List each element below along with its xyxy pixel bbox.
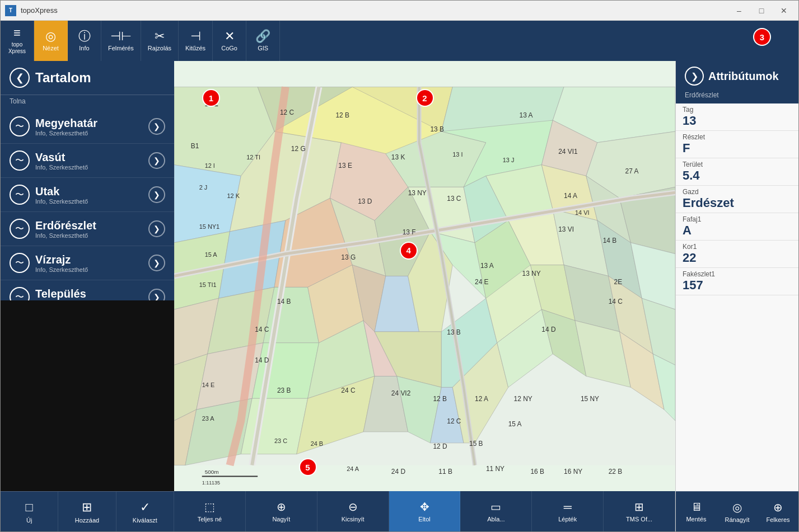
erdoreszlet-sub: Info, Szerkeszthető (35, 232, 143, 239)
sidebar-item-erdoreszlet[interactable]: 〜 Erdőrészlet Info, Szerkeszthető ❯ (1, 212, 174, 246)
vizrajz-icon: 〜 (10, 253, 30, 273)
toolbar-gis[interactable]: 🔗 GIS (246, 21, 280, 61)
svg-text:11 NY: 11 NY (486, 465, 504, 473)
minimize-button[interactable]: – (729, 3, 749, 18)
info-icon: ⓘ (78, 30, 91, 43)
erdoreszlet-name: Erdőrészlet (35, 219, 143, 232)
utak-sub: Info, Szerkeszthető (35, 198, 143, 205)
annotation-1: 1 (202, 89, 220, 107)
hozzaad-label: Hozzáad (75, 517, 99, 524)
teljesne-label: Teljes né (198, 516, 222, 522)
ranagyit-button[interactable]: ◎ Ránagyít (717, 492, 758, 531)
attr-terulet-value: 5.4 (683, 168, 792, 183)
svg-text:24 A: 24 A (347, 465, 359, 472)
attr-gazd-value: Erdészet (683, 196, 792, 210)
megyehatár-sub: Info, Szerkeszthető (35, 130, 143, 136)
sidebar-right-subtitle: Erdőrészlet (676, 91, 798, 103)
svg-text:13 I: 13 I (452, 151, 462, 158)
megyehatár-name: Megyehatár (35, 117, 143, 130)
sidebar-item-telepules[interactable]: 〜 Település Info, Szerkeszthető ❯ (1, 280, 174, 300)
svg-text:14 E: 14 E (202, 382, 214, 388)
svg-text:12 B: 12 B (433, 395, 447, 403)
felkeres-label: Felkeres (766, 516, 789, 523)
svg-text:27 A: 27 A (625, 167, 639, 175)
annotation-4: 4 (400, 242, 418, 260)
mentes-button[interactable]: 🖥 Mentés (676, 492, 717, 531)
toolbar-info[interactable]: ⓘ Info (68, 21, 101, 61)
rajzolas-label: Rajzolás (148, 45, 171, 51)
felkeres-button[interactable]: ⊕ Felkeres (758, 492, 798, 531)
svg-text:13 F: 13 F (403, 228, 416, 236)
toolbar-rajzolas[interactable]: ✂ Rajzolás (141, 21, 179, 61)
sidebar-left-bottom: □ Új ⊞ Hozzáad ✓ Kiválaszt (1, 491, 174, 531)
svg-marker-52 (241, 398, 307, 454)
toolbar-nezet[interactable]: ◎ Nézet (34, 21, 68, 61)
svg-text:12 TI: 12 TI (246, 154, 260, 161)
megyehatár-arrow[interactable]: ❯ (148, 118, 165, 135)
utak-arrow[interactable]: ❯ (148, 186, 165, 203)
toolbar-topo[interactable]: ≡ topoXpress (1, 21, 34, 61)
svg-text:24 VI1: 24 VI1 (558, 148, 578, 156)
toolbar-felmeres[interactable]: ⊣⊢ Felmérés (101, 21, 141, 61)
svg-text:13 NY: 13 NY (522, 270, 541, 278)
sidebar-item-utak[interactable]: 〜 Utak Info, Szerkeszthető ❯ (1, 178, 174, 212)
annotation-3: 3 (753, 28, 771, 46)
erdoreszlet-arrow[interactable]: ❯ (148, 220, 165, 237)
sidebar-left-subtitle: Tolna (1, 95, 174, 110)
zoomin-icon: ⊕ (277, 500, 286, 514)
attr-fafaj1-label: Fafaj1 (683, 215, 792, 223)
attr-kor1-value: 22 (683, 251, 792, 265)
svg-text:14 D: 14 D (255, 356, 269, 364)
toolbar-cogo[interactable]: ✕ CoGo (213, 21, 246, 61)
sidebar-left-header: ❮ Tartalom (1, 61, 174, 95)
map-view[interactable]: 12 L 12 C 12 B 13 B 13 A B1 12 I 12 TI 1… (174, 61, 675, 491)
svg-text:15 A: 15 A (508, 420, 522, 428)
maximize-button[interactable]: □ (751, 3, 772, 18)
map-leptek-button[interactable]: ═ Lépték (532, 491, 604, 531)
gis-label: GIS (258, 45, 268, 51)
vasut-icon: 〜 (10, 150, 30, 171)
svg-text:22 B: 22 B (609, 468, 623, 475)
map-eltol-button[interactable]: ✥ Eltol (389, 491, 461, 531)
svg-text:23 C: 23 C (274, 437, 287, 444)
draw-icon: ✂ (155, 30, 165, 43)
svg-text:15 NY: 15 NY (581, 395, 599, 403)
vasut-arrow[interactable]: ❯ (148, 152, 165, 169)
eye-icon: ◎ (45, 30, 56, 43)
sidebar-left-title: Tartalom (35, 70, 91, 86)
attr-gazd-label: Gazd (683, 188, 792, 196)
sidebar-right-bottom: 🖥 Mentés ◎ Ránagyít ⊕ Felkeres (676, 491, 798, 531)
sidebar-hozzaad-button[interactable]: ⊞ Hozzáad (58, 492, 116, 531)
kivalaszt-label: Kiválaszt (133, 517, 157, 524)
map-ablak-button[interactable]: ▭ Abla... (460, 491, 532, 531)
svg-text:2 J: 2 J (199, 184, 208, 191)
sidebar-kivalaszt-button[interactable]: ✓ Kiválaszt (116, 492, 174, 531)
save-icon: 🖥 (691, 501, 702, 514)
map-nagyit-button[interactable]: ⊕ Nagyít (246, 491, 317, 531)
toolbar-kituzas[interactable]: ⊣ Kitűzés (179, 21, 213, 61)
telepules-arrow[interactable]: ❯ (148, 289, 165, 300)
sidebar-right-arrow[interactable]: ❯ (685, 67, 704, 86)
svg-text:14 VI: 14 VI (575, 209, 590, 216)
main-content: ❮ Tartalom Tolna 〜 Megyehatár Info, Szer… (1, 61, 798, 531)
vizrajz-arrow[interactable]: ❯ (148, 255, 165, 271)
svg-text:23 A: 23 A (202, 415, 215, 422)
sidebar-item-vizrajz[interactable]: 〜 Vízrajz Info, Szerkeszthető ❯ (1, 246, 174, 280)
map-kicsinyit-button[interactable]: ⊖ Kicsinyít (317, 491, 389, 531)
close-button[interactable]: ✕ (774, 3, 794, 18)
sidebar-item-vasut[interactable]: 〜 Vasút Info, Szerkeszthető ❯ (1, 144, 174, 178)
zoomto-icon: ◎ (732, 501, 742, 514)
map-teljesne-button[interactable]: ⬚ Teljes né (174, 491, 246, 531)
select-icon: ✓ (140, 500, 150, 515)
map-tmsof-button[interactable]: ⊞ TMS Of... (604, 491, 675, 531)
sidebar-uj-button[interactable]: □ Új (1, 492, 58, 531)
nagyit-label: Nagyít (272, 516, 290, 522)
leptek-label: Lépték (558, 516, 577, 522)
svg-text:24 B: 24 B (311, 440, 323, 447)
svg-text:13 NY: 13 NY (408, 189, 427, 197)
sidebar-item-megyehatár[interactable]: 〜 Megyehatár Info, Szerkeszthető ❯ (1, 110, 174, 144)
svg-text:13 VI: 13 VI (558, 225, 574, 233)
sidebar-back-button[interactable]: ❮ (10, 68, 30, 88)
kituzas-label: Kitűzés (185, 45, 205, 51)
annotation-2: 2 (416, 89, 434, 107)
